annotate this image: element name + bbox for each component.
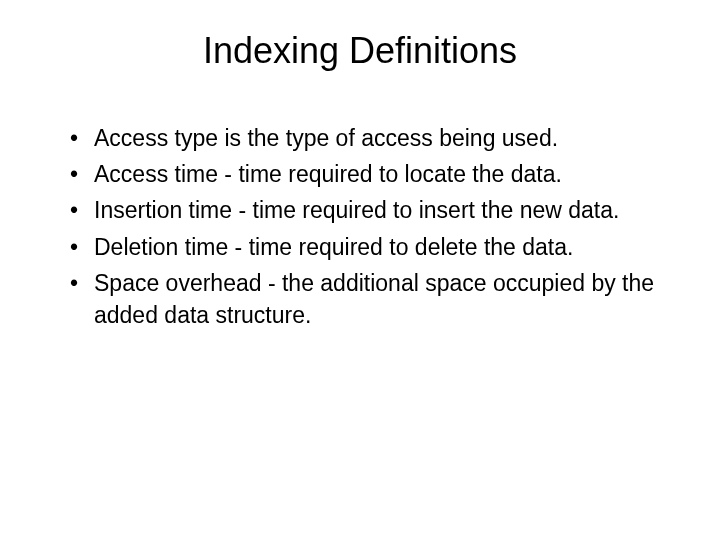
list-item: Insertion time - time required to insert… (70, 194, 670, 226)
slide-title: Indexing Definitions (50, 30, 670, 72)
list-item: Access type is the type of access being … (70, 122, 670, 154)
list-item: Space overhead - the additional space oc… (70, 267, 670, 331)
list-item: Access time - time required to locate th… (70, 158, 670, 190)
bullet-list: Access type is the type of access being … (50, 122, 670, 331)
list-item: Deletion time - time required to delete … (70, 231, 670, 263)
